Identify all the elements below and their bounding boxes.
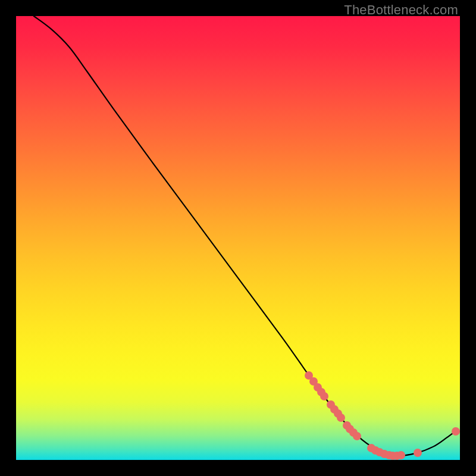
- curve-svg: [16, 16, 460, 460]
- marker-dot: [452, 427, 460, 436]
- chart-curve: [34, 16, 456, 456]
- marker-dot: [397, 451, 405, 459]
- plot-area: [16, 16, 460, 460]
- watermark-text: TheBottleneck.com: [344, 2, 458, 18]
- chart-frame: TheBottleneck.com: [0, 0, 476, 476]
